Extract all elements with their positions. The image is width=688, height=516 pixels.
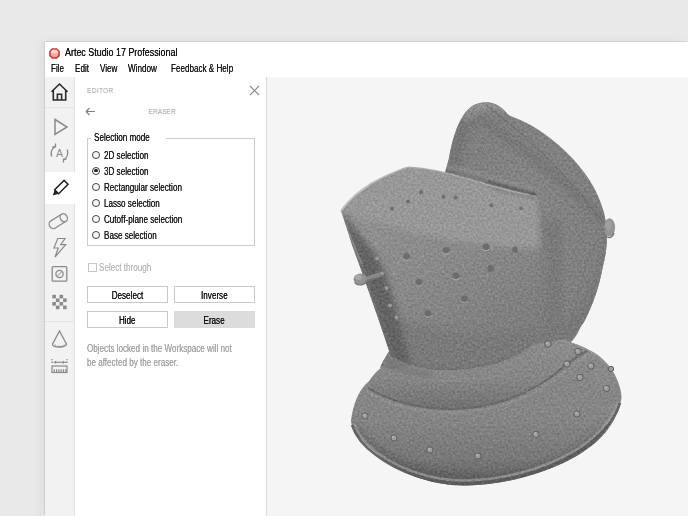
svg-text:A: A — [56, 147, 63, 159]
